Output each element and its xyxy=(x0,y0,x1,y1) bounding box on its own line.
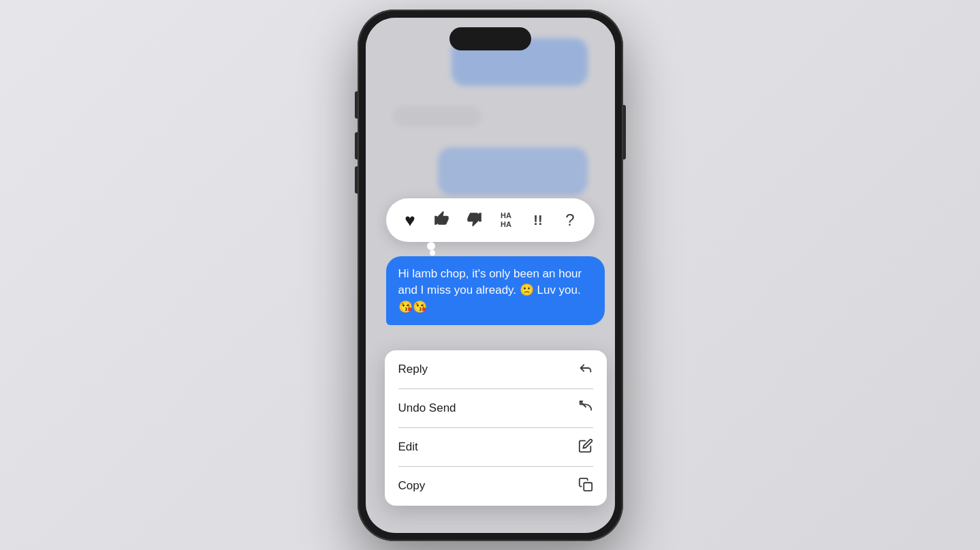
context-menu: Reply Undo Send xyxy=(385,350,607,506)
phone-frame: ♥ xyxy=(358,10,623,541)
reaction-question[interactable]: ? xyxy=(555,205,585,235)
heart-icon: ♥ xyxy=(405,211,415,229)
message-bubble: Hi lamb chop, it's only been an hour and… xyxy=(386,256,605,326)
reaction-heart[interactable]: ♥ xyxy=(395,205,425,235)
question-icon: ? xyxy=(565,212,574,228)
dynamic-island xyxy=(449,27,531,50)
thumbs-down-icon xyxy=(465,210,483,230)
undo-send-icon xyxy=(578,399,593,418)
scene: ♥ xyxy=(0,0,980,550)
thumbs-up-icon xyxy=(433,210,451,230)
copy-label: Copy xyxy=(398,479,426,493)
svg-rect-0 xyxy=(584,483,592,491)
reaction-exclamation[interactable]: !! xyxy=(523,205,553,235)
message-text: Hi lamb chop, it's only been an hour and… xyxy=(398,267,582,314)
undo-send-label: Undo Send xyxy=(398,401,456,415)
menu-item-undo-send[interactable]: Undo Send xyxy=(385,389,607,428)
reaction-bar: ♥ xyxy=(386,198,595,242)
reply-icon xyxy=(578,361,593,379)
copy-icon xyxy=(578,477,593,495)
edit-label: Edit xyxy=(398,440,418,454)
menu-item-copy[interactable]: Copy xyxy=(385,467,607,506)
menu-item-edit[interactable]: Edit xyxy=(385,428,607,467)
reaction-thumbs-down[interactable] xyxy=(459,205,489,235)
exclamation-icon: !! xyxy=(533,213,542,227)
reply-label: Reply xyxy=(398,363,428,376)
edit-icon xyxy=(578,438,593,457)
reaction-tail xyxy=(427,242,435,250)
phone-screen: ♥ xyxy=(366,18,615,533)
haha-icon: HAHA xyxy=(501,211,511,228)
menu-item-reply[interactable]: Reply xyxy=(385,350,607,389)
reaction-thumbs-up[interactable] xyxy=(427,205,457,235)
reaction-haha[interactable]: HAHA xyxy=(491,205,521,235)
